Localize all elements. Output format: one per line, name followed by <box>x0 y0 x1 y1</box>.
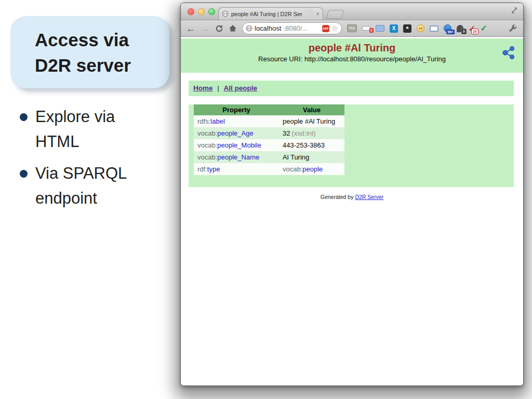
notifier-badge: 99+ <box>446 30 455 34</box>
list-item: Explore via HTML <box>20 104 178 154</box>
tab-title-fade <box>302 9 313 19</box>
extension-xmarks-button[interactable]: X <box>390 24 398 33</box>
table-row: vocab:people_Name Al Turing <box>194 151 344 163</box>
extension-screenshot-button[interactable] <box>376 25 384 32</box>
d2r-server-link[interactable]: D2R Server <box>355 194 383 200</box>
page-content: people #Al Turing Resource URI: http://l… <box>181 37 523 385</box>
zoom-window-button[interactable] <box>208 8 215 15</box>
value-prefix: vocab: <box>283 165 302 173</box>
bullet-icon <box>20 170 28 178</box>
property-prefix: vocab: <box>197 141 217 149</box>
page-footer: Generated byD2R Server <box>181 194 523 200</box>
bookmark-star-icon[interactable]: ☆ <box>331 24 338 32</box>
property-link[interactable]: people_Age <box>217 129 253 137</box>
bullet-text: Explore via HTML <box>35 104 160 154</box>
xmarks-icon: X <box>390 24 398 33</box>
property-link[interactable]: type <box>207 165 220 173</box>
property-prefix: rdfs: <box>197 117 210 125</box>
extension-smiley-button[interactable] <box>417 24 424 32</box>
property-link[interactable]: people_Name <box>217 153 259 161</box>
url-path-text: :8080/... <box>283 24 320 32</box>
property-value: Al Turing <box>283 153 309 161</box>
back-button[interactable]: ← <box>186 24 195 33</box>
home-button[interactable] <box>229 24 237 32</box>
value-datatype: (xsd:int) <box>291 129 315 137</box>
property-value: 443-253-3863 <box>283 141 325 149</box>
browser-titlebar: people #Al Turing | D2R Ser × <box>181 3 523 20</box>
counter-badge: 0 <box>369 28 374 33</box>
page-nav: Home | All people <box>189 81 514 96</box>
screenshot-icon <box>376 25 384 32</box>
forward-button[interactable]: → <box>201 24 210 33</box>
extension-capture-button[interactable] <box>430 25 438 32</box>
extension-ghost-button[interactable]: 0 <box>457 25 463 32</box>
table-header-row: Property Value <box>194 104 344 115</box>
resize-window-icon[interactable] <box>511 7 518 14</box>
table-row: rdf:type vocab:people <box>194 163 344 175</box>
slide-title-box: Access via D2R server <box>10 16 169 88</box>
browser-tab[interactable]: people #Al Turing | D2R Ser × <box>218 7 323 20</box>
url-host-text: localhost <box>255 24 281 32</box>
property-prefix: vocab: <box>197 153 217 161</box>
property-column-header: Property <box>194 104 279 115</box>
bullet-list: Explore via HTML Via SPARQL endpoint <box>20 104 178 218</box>
smiley-icon <box>417 24 424 32</box>
asterisk-icon: * <box>403 24 411 33</box>
properties-table: Property Value rdfs:label people #Al Tur… <box>194 104 344 175</box>
checker-badge: 10 <box>471 29 478 34</box>
slide-background: Access via D2R server Explore via HTML V… <box>0 0 532 399</box>
list-item: Via SPARQL endpoint <box>20 161 178 211</box>
footer-text: Generated by <box>321 194 354 200</box>
browser-toolbar: ← → localhost :8080/... ABP ☆ <box>181 20 523 37</box>
new-tab-button[interactable] <box>326 10 344 19</box>
value-link[interactable]: people <box>302 165 323 173</box>
table-row: rdfs:label people #Al Turing <box>194 115 344 127</box>
page-header: people #Al Turing Resource URI: http://l… <box>181 38 523 73</box>
properties-panel: Property Value rdfs:label people #Al Tur… <box>189 104 514 187</box>
green-check-icon: ✓ <box>481 24 487 33</box>
ghost-badge: 0 <box>461 29 467 34</box>
bullet-text: Via SPARQL endpoint <box>35 161 160 211</box>
property-link[interactable]: label <box>210 117 224 125</box>
globe-icon <box>246 25 252 32</box>
address-bar[interactable]: localhost :8080/... ABP ☆ <box>242 22 342 34</box>
resource-uri: Resource URI: http://localhost:8080/reso… <box>181 55 523 63</box>
minimize-window-button[interactable] <box>198 8 205 15</box>
extension-asterisk-button[interactable]: * <box>403 24 411 33</box>
capture-frame-icon <box>430 25 438 32</box>
adblock-icon[interactable]: ABP <box>322 25 329 32</box>
value-column-header: Value <box>279 104 344 115</box>
close-window-button[interactable] <box>188 8 194 15</box>
extension-checker-button[interactable]: ✓ 10 <box>469 24 475 32</box>
tab-close-icon[interactable]: × <box>316 11 320 17</box>
slide-title: Access via D2R server <box>10 16 161 78</box>
home-link[interactable]: Home <box>193 84 213 92</box>
bullet-icon <box>20 113 28 121</box>
extension-counter-button[interactable]: 0 <box>362 26 370 31</box>
reload-button[interactable] <box>215 24 223 33</box>
all-people-link[interactable]: All people <box>224 84 258 92</box>
window-controls <box>188 8 215 15</box>
browser-window: people #Al Turing | D2R Ser × ← → <box>180 3 524 386</box>
property-link[interactable]: people_Mobile <box>217 141 261 149</box>
property-prefix: vocab: <box>197 129 217 137</box>
property-prefix: rdf: <box>197 165 207 173</box>
tag-icon: TAG <box>347 24 357 32</box>
page-title: people #Al Turing <box>181 38 523 54</box>
nav-separator: | <box>217 84 219 92</box>
globe-favicon-icon <box>222 10 229 17</box>
extension-tag-button[interactable]: TAG <box>347 24 357 32</box>
tab-title: people #Al Turing | D2R Ser <box>231 11 313 17</box>
extension-validator-button[interactable]: ✓ <box>481 24 487 33</box>
table-row: vocab:people_Age 32(xsd:int) <box>194 127 344 139</box>
property-value: people #Al Turing <box>283 117 335 125</box>
property-value: 32 <box>283 129 290 137</box>
extension-notifier-button[interactable]: 99+ <box>444 24 451 32</box>
wrench-menu-icon[interactable] <box>509 24 517 33</box>
rdf-data-icon[interactable] <box>502 46 516 60</box>
table-row: vocab:people_Mobile 443-253-3863 <box>194 139 344 151</box>
